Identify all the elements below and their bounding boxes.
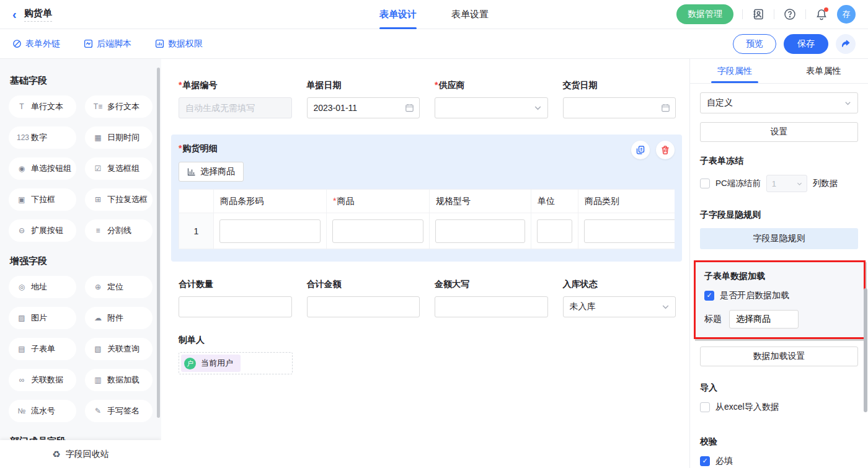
settings-button[interactable]: 设置 bbox=[700, 122, 858, 142]
section-title-basic: 基础字段 bbox=[10, 75, 151, 87]
form-toolbar: 表单外链 后端脚本 数据权限 预览 保存 bbox=[0, 29, 868, 59]
help-icon[interactable] bbox=[783, 7, 797, 21]
field-recycle-bin[interactable]: ♻ 字段回收站 bbox=[0, 440, 161, 468]
field-item-signature[interactable]: ✎手写签名 bbox=[85, 400, 153, 422]
field-visibility-rules-button[interactable]: 字段显隐规则 bbox=[700, 228, 858, 249]
field-item-multi-dropdown[interactable]: ⊞下拉复选框 bbox=[85, 188, 153, 211]
field-item-image[interactable]: ▨图片 bbox=[9, 307, 76, 329]
data-manage-button[interactable]: 数据管理 bbox=[676, 4, 733, 24]
chevron-down-icon bbox=[844, 99, 852, 107]
column-header[interactable]: 规格型号 bbox=[430, 190, 531, 213]
freeze-checkbox[interactable] bbox=[700, 179, 710, 188]
dropdown-icon: ▣ bbox=[17, 195, 27, 204]
field-total-quantity[interactable]: 合计数量 bbox=[179, 279, 292, 317]
total-quantity-input[interactable] bbox=[179, 296, 292, 317]
field-item-multi-text[interactable]: T≡多行文本 bbox=[85, 95, 153, 118]
data-load-highlight-box: 子表单数据加载 是否开启数据加载 标题 bbox=[694, 260, 866, 339]
row-number: 1 bbox=[179, 213, 214, 249]
field-item-radio-group[interactable]: ◉单选按钮组 bbox=[9, 157, 76, 180]
field-item-divider[interactable]: ≡分割线 bbox=[85, 219, 153, 242]
field-order-date[interactable]: 单据日期 bbox=[307, 80, 420, 118]
number-icon: 123 bbox=[17, 133, 27, 142]
back-icon[interactable]: ‹ bbox=[12, 8, 17, 20]
field-item-dropdown[interactable]: ▣下拉框 bbox=[9, 188, 76, 211]
tab-form-settings[interactable]: 表单设置 bbox=[451, 0, 489, 29]
goods-cell-input[interactable] bbox=[332, 219, 423, 243]
freeze-count-select[interactable]: 1 bbox=[766, 175, 807, 192]
panel-scrollbar[interactable] bbox=[864, 288, 867, 412]
save-button[interactable]: 保存 bbox=[784, 34, 828, 54]
total-amount-input[interactable] bbox=[307, 296, 420, 317]
share-button[interactable] bbox=[836, 34, 856, 54]
current-user-tag[interactable]: 户 当前用户 bbox=[181, 355, 241, 372]
field-maker[interactable]: 制单人 户 当前用户 bbox=[179, 335, 293, 374]
field-delivery-date[interactable]: 交货日期 bbox=[563, 80, 676, 118]
field-item-single-text[interactable]: T单行文本 bbox=[9, 95, 76, 118]
field-item-data-load[interactable]: ▥数据加载 bbox=[85, 369, 153, 391]
copy-field-button[interactable] bbox=[631, 141, 650, 159]
subform-purchase-detail[interactable]: 购货明细 选择商品 bbox=[171, 135, 682, 262]
warehouse-status-select[interactable] bbox=[563, 296, 676, 317]
data-load-checkbox[interactable] bbox=[704, 291, 714, 301]
field-total-amount[interactable]: 合计金额 bbox=[307, 279, 420, 317]
field-item-address[interactable]: ◎地址 bbox=[9, 276, 76, 298]
tab-form-design[interactable]: 表单设计 bbox=[379, 0, 417, 29]
calendar-icon bbox=[405, 104, 414, 113]
tab-field-properties[interactable]: 字段属性 bbox=[690, 59, 779, 83]
data-load-checkbox-row: 是否开启数据加载 bbox=[704, 290, 855, 301]
field-item-serial-number[interactable]: №流水号 bbox=[9, 400, 76, 422]
backend-script-button[interactable]: 后端脚本 bbox=[84, 38, 131, 50]
divider bbox=[805, 9, 806, 19]
checkbox-icon: ☑ bbox=[93, 164, 103, 173]
amount-words-input[interactable] bbox=[435, 296, 548, 317]
field-order-number[interactable]: 单据编号 bbox=[179, 80, 292, 118]
delete-field-button[interactable] bbox=[656, 141, 675, 159]
required-checkbox[interactable] bbox=[700, 456, 710, 466]
notification-bell-icon[interactable] bbox=[815, 7, 828, 21]
excel-import-checkbox[interactable] bbox=[700, 402, 710, 412]
relation-query-icon: ▧ bbox=[93, 345, 103, 353]
field-supplier[interactable]: 供应商 bbox=[435, 80, 548, 118]
maker-value-box[interactable]: 户 当前用户 bbox=[179, 352, 293, 374]
supplier-select[interactable] bbox=[435, 97, 548, 118]
field-item-extend-button[interactable]: ⊖扩展按钮 bbox=[9, 219, 76, 242]
column-header[interactable]: 商品类别 bbox=[578, 190, 675, 213]
data-load-title-input[interactable] bbox=[729, 310, 799, 329]
field-warehouse-status[interactable]: 入库状态 bbox=[563, 279, 676, 317]
import-section-title: 导入 bbox=[700, 382, 858, 394]
field-item-location[interactable]: ⊕定位 bbox=[85, 276, 153, 298]
column-header[interactable]: 商品条形码 bbox=[214, 190, 327, 213]
field-item-relation-data[interactable]: ∞关联数据 bbox=[9, 369, 76, 391]
field-amount-words[interactable]: 金额大写 bbox=[435, 279, 548, 317]
field-item-datetime[interactable]: ▦日期时间 bbox=[85, 126, 153, 149]
address-icon: ◎ bbox=[17, 283, 27, 291]
field-item-attachment[interactable]: ☁附件 bbox=[85, 307, 153, 329]
script-icon bbox=[84, 39, 93, 48]
order-date-input[interactable] bbox=[307, 97, 420, 118]
user-avatar[interactable]: 存 bbox=[837, 5, 856, 24]
data-permission-button[interactable]: 数据权限 bbox=[155, 38, 203, 50]
order-number-input[interactable] bbox=[179, 97, 292, 118]
contacts-icon[interactable] bbox=[751, 7, 765, 21]
unit-cell-input[interactable] bbox=[537, 219, 572, 243]
data-load-settings-button[interactable]: 数据加载设置 bbox=[700, 347, 858, 366]
category-cell-input[interactable] bbox=[584, 219, 675, 243]
field-type-select[interactable]: 自定义 bbox=[700, 92, 858, 113]
form-title[interactable]: 购货单 bbox=[24, 7, 52, 22]
field-item-subform[interactable]: ▤子表单 bbox=[9, 338, 76, 360]
external-link-button[interactable]: 表单外链 bbox=[12, 38, 60, 50]
delivery-date-input[interactable] bbox=[563, 97, 676, 118]
freeze-section-title: 子表单冻结 bbox=[700, 156, 858, 167]
barcode-cell-input[interactable] bbox=[219, 219, 321, 243]
field-item-checkbox-group[interactable]: ☑复选框组 bbox=[85, 157, 153, 180]
select-goods-button[interactable]: 选择商品 bbox=[179, 162, 244, 182]
preview-button[interactable]: 预览 bbox=[733, 34, 776, 54]
tab-form-properties[interactable]: 表单属性 bbox=[779, 59, 868, 83]
column-header[interactable]: 商品 bbox=[327, 190, 430, 213]
sidebar-scrollbar[interactable] bbox=[157, 68, 160, 418]
column-header[interactable]: 单位 bbox=[531, 190, 578, 213]
field-item-number[interactable]: 123数字 bbox=[9, 126, 76, 149]
spec-cell-input[interactable] bbox=[435, 219, 525, 243]
field-item-relation-query[interactable]: ▧关联查询 bbox=[85, 338, 153, 360]
validation-section-title: 校验 bbox=[700, 436, 858, 448]
